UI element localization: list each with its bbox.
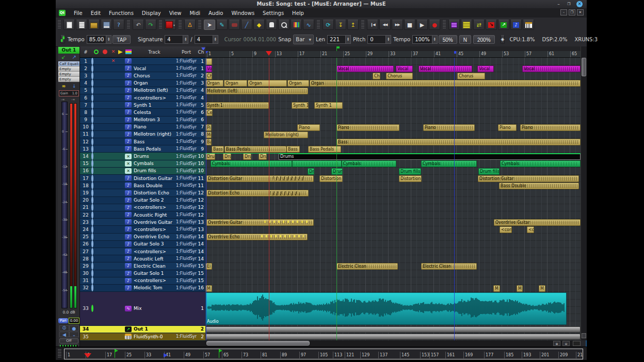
- redo-button[interactable]: ↷: [145, 20, 156, 30]
- track-name[interactable]: Bass: [133, 139, 176, 144]
- toolbar-grip[interactable]: [159, 20, 162, 29]
- stop-button-button[interactable]: ■: [404, 20, 415, 30]
- record-arm-ring[interactable]: [91, 102, 93, 109]
- track-port[interactable]: 1:FluidSyr: [176, 249, 197, 254]
- menu-functions[interactable]: Functions: [105, 9, 138, 17]
- record-arm-icon[interactable]: [91, 80, 101, 86]
- sig-denominator-spinbox[interactable]: 4▲▼: [195, 35, 218, 44]
- part[interactable]: Electric Clean: [421, 263, 477, 270]
- pitch-spinbox[interactable]: 0▲▼: [367, 35, 391, 44]
- record-arm-icon[interactable]: [91, 161, 101, 166]
- part[interactable]: Organ: [224, 80, 247, 87]
- track-port[interactable]: 1:FluidSyr: [176, 161, 197, 166]
- track-port[interactable]: 1:FluidSyr: [176, 125, 197, 129]
- record-arm-icon[interactable]: [91, 190, 101, 195]
- scrollbar-config-button[interactable]: [582, 333, 586, 338]
- track-row-Acoustic Left[interactable]: 28♪Acoustic Left1:FluidSyr14: [80, 255, 205, 262]
- record-arm-ring[interactable]: [91, 262, 93, 270]
- track-channel[interactable]: 11: [197, 183, 205, 188]
- track-channel[interactable]: 14: [197, 249, 205, 254]
- track-port[interactable]: 1:FluidSyr: [176, 139, 197, 144]
- record-arm-icon[interactable]: [91, 271, 101, 276]
- mdi-restore-button[interactable]: ❐: [569, 9, 575, 15]
- track-row-Drums[interactable]: 14✕Drums1:FluidSyr10: [80, 153, 205, 160]
- score-editor-button[interactable]: ♪: [510, 20, 522, 30]
- track-row-Guitar Solo 3[interactable]: 26♪Guitar Solo 31:FluidSyr14: [80, 241, 205, 248]
- track-port[interactable]: 1:FluidSyr: [176, 110, 197, 114]
- track-row-1[interactable]: 1✕♪1:FluidSyr1: [80, 58, 205, 65]
- track-name[interactable]: <controllers>: [133, 95, 176, 101]
- record-arm-button[interactable]: ●: [69, 325, 79, 331]
- automation-button[interactable]: ∿: [303, 20, 314, 30]
- track-port[interactable]: 1:FluidSyr: [176, 132, 197, 137]
- part[interactable]: Mellotron (left): [205, 88, 308, 94]
- header-track[interactable]: Track: [133, 50, 176, 55]
- menu-windows[interactable]: Windows: [227, 9, 259, 17]
- track-channel[interactable]: 12: [197, 205, 205, 210]
- track-row-Organ[interactable]: 4♪Organ1:FluidSyr3: [80, 80, 205, 87]
- part[interactable]: M: [493, 285, 500, 292]
- record-arm-icon[interactable]: [91, 88, 101, 93]
- menu-file[interactable]: File: [70, 9, 87, 17]
- track-row-Bass[interactable]: 12♪Bass1:FluidSyr9: [80, 138, 205, 145]
- track-port[interactable]: 1:FluidSyr: [176, 154, 197, 159]
- record-arm-ring[interactable]: [91, 94, 93, 102]
- track-port[interactable]: 1:FluidSyr: [176, 198, 197, 203]
- track-name[interactable]: Chorus: [133, 73, 176, 78]
- record-arm-icon[interactable]: [91, 124, 101, 129]
- whats-this-button[interactable]: ?: [113, 20, 124, 30]
- new-from-template-button[interactable]: [76, 20, 87, 30]
- track-name[interactable]: Acoustic Right: [133, 212, 176, 218]
- track-row-Acoustic Right[interactable]: 22♪Acoustic Right1:FluidSyr12: [80, 211, 205, 219]
- record-arm-icon[interactable]: [91, 278, 101, 283]
- stereo-link-icon[interactable]: ∞: [61, 84, 66, 89]
- part[interactable]: Drum: [243, 153, 251, 160]
- record-arm-icon[interactable]: [91, 212, 101, 218]
- snap-combo[interactable]: Bar▼: [293, 35, 314, 44]
- track-port[interactable]: 1:FluidSyr: [176, 212, 197, 217]
- header-dropdown-icon[interactable]: [201, 47, 205, 51]
- part[interactable]: [292, 160, 342, 167]
- track-port[interactable]: 1:FluidSyr: [176, 334, 197, 339]
- part[interactable]: Piano: [423, 124, 475, 131]
- track-port[interactable]: 1:FluidSyr: [176, 227, 197, 232]
- rack-slot-4[interactable]: Empty: [58, 77, 79, 82]
- track-channel[interactable]: 6: [197, 110, 205, 115]
- part[interactable]: Drums: [279, 153, 581, 160]
- forward-button-button[interactable]: ▶▶: [392, 20, 403, 30]
- record-arm-ring[interactable]: [91, 270, 93, 277]
- track-row-Distortion Echo[interactable]: 19♪Distortion Echo1:FluidSyr12: [80, 189, 205, 196]
- record-arm-icon[interactable]: [91, 110, 101, 115]
- record-arm-icon[interactable]: [91, 73, 101, 78]
- record-arm-ring[interactable]: [91, 109, 93, 116]
- track-port[interactable]: 1:FluidSyr: [176, 88, 197, 93]
- part[interactable]: Vocal: [477, 65, 494, 72]
- spinner-arrows-icon[interactable]: ▲▼: [106, 35, 111, 44]
- track-name[interactable]: Synth 1: [133, 103, 176, 108]
- part[interactable]: Distortion: [319, 175, 343, 182]
- part[interactable]: Ce: [205, 109, 213, 116]
- flag-column-icon[interactable]: [118, 50, 123, 54]
- track-row-<controllers>[interactable]: 27♪<controllers>1:FluidSyr14: [80, 248, 205, 255]
- track-name[interactable]: Bass Pedals: [133, 146, 176, 152]
- part[interactable]: Piano: [297, 124, 320, 131]
- track-channel[interactable]: 3: [197, 80, 205, 86]
- track-row-Mellotron (right)[interactable]: 11♪Mellotron (right)1:FluidSyr8: [80, 131, 205, 138]
- tempo-scale-spinbox[interactable]: 100%▲▼: [412, 35, 438, 44]
- track-name[interactable]: Bass Double: [133, 183, 176, 188]
- track-row-Chorus[interactable]: 3♪Chorus1:FluidSyr2: [80, 72, 205, 79]
- list-editor-button[interactable]: [461, 20, 472, 30]
- mdi-close-button[interactable]: ✕: [577, 9, 584, 15]
- toolbar-grip[interactable]: [58, 20, 61, 29]
- record-arm-ring[interactable]: [91, 87, 93, 94]
- rewind-start-button-button[interactable]: ❙◀: [367, 20, 378, 30]
- green-marker-icon[interactable]: [336, 46, 337, 51]
- part[interactable]: Vocal: [336, 65, 394, 72]
- track-name[interactable]: Mellotron (right): [133, 131, 176, 137]
- track-name[interactable]: Celesta: [133, 110, 176, 115]
- new-file-button[interactable]: [63, 20, 75, 30]
- track-channel[interactable]: 14: [197, 256, 205, 261]
- tempo-spinbox[interactable]: 85.00▲▼: [87, 35, 112, 44]
- track-channel[interactable]: 13: [197, 227, 205, 232]
- open-file-button[interactable]: [88, 20, 100, 30]
